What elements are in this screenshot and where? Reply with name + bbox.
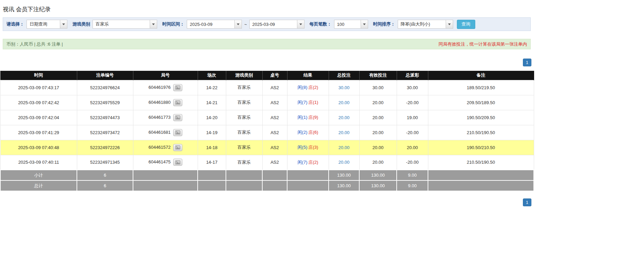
query-type-select[interactable]: 日期查询 bbox=[27, 20, 67, 29]
cell-table-no: AS2 bbox=[262, 125, 287, 140]
round-result-image-icon[interactable] bbox=[173, 144, 182, 151]
cell-time: 2025-03-09 07:43:17 bbox=[0, 80, 77, 95]
date-to-input[interactable]: 2025-03-09 bbox=[249, 20, 304, 29]
cell-bet-id: 522324975529 bbox=[77, 95, 133, 110]
chevron-down-icon[interactable] bbox=[297, 20, 304, 28]
cell-total-bet: 20.00 bbox=[329, 95, 359, 110]
cell-valid-bet: 20.00 bbox=[359, 155, 397, 170]
round-id-text: 604461681 bbox=[148, 129, 170, 134]
table-row: 2025-03-09 07:40:11 522324971345 6044614… bbox=[0, 155, 534, 170]
total-bet-link[interactable]: 20.00 bbox=[338, 145, 350, 150]
empty-cell bbox=[226, 180, 262, 191]
col-header-game-type: 游戏类别 bbox=[226, 71, 262, 80]
table-row: 2025-03-09 07:42:42 522324975529 6044618… bbox=[0, 95, 534, 110]
page-size-select[interactable]: 100 bbox=[334, 20, 368, 29]
subtotal-valid-bet: 130.00 bbox=[359, 170, 397, 180]
date-from-value: 2025-03-09 bbox=[187, 20, 234, 28]
result-player: 闲(7) bbox=[298, 100, 308, 105]
cell-valid-bet: 20.00 bbox=[359, 140, 397, 155]
cell-session: 14-20 bbox=[198, 110, 226, 125]
cell-table-no: AS2 bbox=[262, 140, 287, 155]
cell-result: 闲(5)庄(3) bbox=[287, 140, 329, 155]
chevron-down-icon[interactable] bbox=[446, 20, 453, 28]
empty-cell bbox=[133, 180, 198, 191]
cell-game-type: 百家乐 bbox=[226, 110, 262, 125]
cell-table-no: AS2 bbox=[262, 110, 287, 125]
empty-cell bbox=[287, 170, 329, 180]
page-1-button[interactable]: 1 bbox=[523, 59, 531, 66]
cell-round-id: 604461773 bbox=[133, 110, 198, 125]
round-result-image-icon[interactable] bbox=[173, 129, 182, 136]
summary-bar: 币别：人民币 | 总共 :6 注单 | 同局有效投注，统一计算在该局第一张注单内 bbox=[3, 39, 531, 49]
cell-result: 闲(8)庄(2) bbox=[287, 80, 329, 95]
cell-bet-id: 522324972226 bbox=[77, 140, 133, 155]
total-bet-link[interactable]: 20.00 bbox=[338, 160, 350, 165]
cell-round-id: 604461475 bbox=[133, 155, 198, 170]
time-sort-select[interactable]: 降幂(由大到小) bbox=[398, 20, 453, 29]
round-result-image-icon[interactable] bbox=[173, 99, 182, 106]
col-header-session: 场次 bbox=[198, 71, 226, 80]
cell-time: 2025-03-09 07:40:48 bbox=[0, 140, 77, 155]
cell-game-type: 百家乐 bbox=[226, 140, 262, 155]
cell-payout: -20.00 bbox=[397, 155, 428, 170]
bet-records-table: 时间 注单编号 局号 场次 游戏类别 桌号 结果 总投注 有效投注 总派彩 备注… bbox=[0, 71, 534, 191]
pagination-bottom: 1 bbox=[0, 198, 533, 206]
cell-round-id: 604461572 bbox=[133, 140, 198, 155]
round-result-image-icon[interactable] bbox=[173, 84, 182, 91]
time-range-label: 时间区间： bbox=[162, 21, 184, 27]
empty-cell bbox=[133, 170, 198, 180]
cell-session: 14-17 bbox=[198, 155, 226, 170]
cell-remark: 210.50/190.50 bbox=[428, 125, 534, 140]
result-player: 闲(8) bbox=[298, 85, 308, 90]
page-1-button[interactable]: 1 bbox=[523, 198, 531, 206]
col-header-result: 结果 bbox=[287, 71, 329, 80]
subtotal-row: 小计 6 130.00 130.00 9.00 bbox=[0, 170, 534, 180]
cell-remark: 210.50/190.50 bbox=[428, 155, 534, 170]
table-header: 时间 注单编号 局号 场次 游戏类别 桌号 结果 总投注 有效投注 总派彩 备注 bbox=[0, 71, 534, 80]
cell-session: 14-18 bbox=[198, 140, 226, 155]
search-button[interactable]: 查询 bbox=[457, 20, 475, 29]
result-banker: 庄(3) bbox=[309, 145, 318, 150]
cell-game-type: 百家乐 bbox=[226, 125, 262, 140]
cell-payout: 30.00 bbox=[397, 80, 428, 95]
total-bet-link[interactable]: 30.00 bbox=[338, 85, 350, 90]
round-result-image-icon[interactable] bbox=[173, 114, 182, 121]
total-bet-link[interactable]: 20.00 bbox=[338, 100, 350, 105]
chevron-down-icon[interactable] bbox=[234, 20, 242, 28]
filter-bar: 请选择： 日期查询 游戏类别 百家乐 时间区间： 2025-03-09 ~ 20… bbox=[3, 17, 531, 31]
result-banker: 庄(2) bbox=[309, 85, 318, 90]
total-payout: 9.00 bbox=[397, 180, 428, 191]
table-row: 2025-03-09 07:41:29 522324973472 6044616… bbox=[0, 125, 534, 140]
result-player: 闲(7) bbox=[298, 160, 308, 165]
date-from-input[interactable]: 2025-03-09 bbox=[187, 20, 242, 29]
cell-time: 2025-03-09 07:42:42 bbox=[0, 95, 77, 110]
cell-time: 2025-03-09 07:41:29 bbox=[0, 125, 77, 140]
cell-time: 2025-03-09 07:40:11 bbox=[0, 155, 77, 170]
pagination-top: 1 bbox=[0, 59, 533, 66]
empty-cell bbox=[287, 180, 329, 191]
result-banker: 庄(2) bbox=[309, 160, 318, 165]
cell-payout: -20.00 bbox=[397, 95, 428, 110]
chevron-down-icon[interactable] bbox=[60, 20, 67, 28]
cell-round-id: 604461976 bbox=[133, 80, 198, 95]
table-body: 2025-03-09 07:43:17 522324976624 6044619… bbox=[0, 80, 534, 170]
empty-cell bbox=[262, 180, 287, 191]
cell-result: 闲(7)庄(1) bbox=[287, 95, 329, 110]
total-count: 6 bbox=[77, 180, 133, 191]
round-result-image-icon[interactable] bbox=[173, 159, 182, 166]
total-bet-link[interactable]: 20.00 bbox=[338, 115, 350, 120]
cell-bet-id: 522324973472 bbox=[77, 125, 133, 140]
cell-total-bet: 20.00 bbox=[329, 125, 359, 140]
empty-cell bbox=[262, 170, 287, 180]
col-header-valid-bet: 有效投注 bbox=[359, 71, 397, 80]
chevron-down-icon[interactable] bbox=[150, 20, 157, 28]
result-player: 闲(5) bbox=[298, 145, 308, 150]
cell-total-bet: 20.00 bbox=[329, 155, 359, 170]
empty-cell bbox=[428, 180, 534, 191]
total-bet-link[interactable]: 20.00 bbox=[338, 130, 350, 135]
game-type-select[interactable]: 百家乐 bbox=[93, 20, 157, 29]
same-round-note: 同局有效投注，统一计算在该局第一张注单内 bbox=[439, 41, 527, 47]
cell-payout: 19.00 bbox=[397, 110, 428, 125]
game-type-label: 游戏类别 bbox=[72, 21, 90, 27]
chevron-down-icon[interactable] bbox=[361, 20, 368, 28]
